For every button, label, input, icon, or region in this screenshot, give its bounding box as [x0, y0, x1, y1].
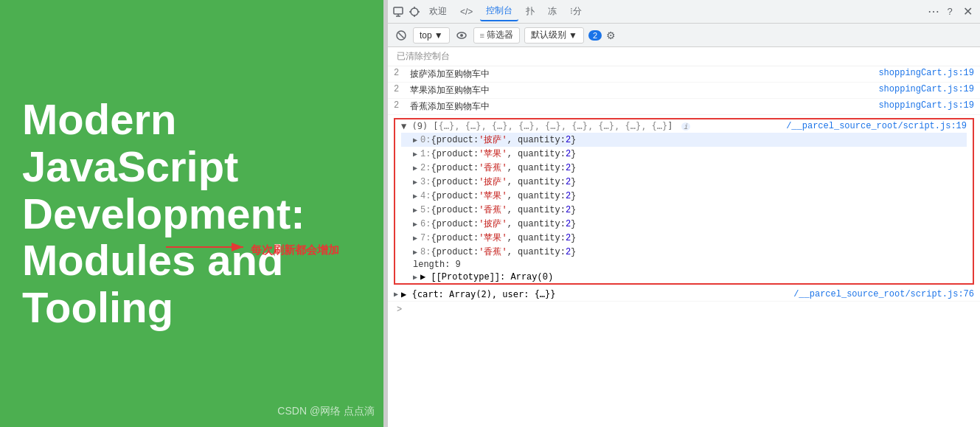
expand-icon[interactable]: ▶: [413, 178, 417, 187]
expand-icon[interactable]: ▶: [413, 164, 417, 173]
array-item: ▶ 2: {product: '香蕉', quantity: 2}: [401, 161, 967, 175]
array-item: ▶ 0: {product: '披萨', quantity: 2}: [401, 133, 967, 147]
eye-icon[interactable]: [454, 28, 469, 43]
array-header-source[interactable]: /__parcel_source_root/script.js:19: [786, 121, 967, 131]
array-output-section: ▼ (9) [{…}, {…}, {…}, {…}, {…}, {…}, {…}…: [394, 118, 974, 285]
console-toolbar: top ▼ ≡ 筛选器 默认级别 ▼ 2 ⚙: [388, 24, 980, 47]
pointer-icon[interactable]: [407, 4, 422, 19]
log-count: 2: [394, 68, 406, 78]
console-log-row: 2 香蕉添加至购物车中 shoppingCart.js:19: [388, 99, 980, 115]
tab-more-tools[interactable]: ⁝分: [564, 2, 588, 21]
array-item: ▶ 4: {product: '苹果', quantity: 2}: [401, 189, 967, 203]
book-cover: Modern JavaScript Development: Modules a…: [0, 0, 383, 427]
bottom-log-row: ▶ ▶ {cart: Array(2), user: {…}} /__parce…: [388, 288, 980, 302]
log-count: 2: [394, 100, 406, 111]
array-item: ▶ 3: {product: '披萨', quantity: 2}: [401, 175, 967, 189]
more-options-icon[interactable]: ⋯: [926, 4, 941, 19]
console-log-row: 2 苹果添加至购物车中 shoppingCart.js:19: [388, 83, 980, 99]
svg-line-11: [398, 32, 403, 38]
console-output: 已清除控制台 2 披萨添加至购物车中 shoppingCart.js:19 2 …: [388, 47, 980, 427]
tab-code[interactable]: </>: [454, 4, 479, 20]
close-devtools-button[interactable]: ✕: [959, 3, 977, 20]
expand-icon[interactable]: ▶: [413, 192, 417, 201]
annotation-label: 每次刷新都会增加: [251, 243, 339, 257]
expand-icon[interactable]: ▶: [413, 136, 417, 145]
console-log-row: 2 披萨添加至购物车中 shoppingCart.js:19: [388, 66, 980, 83]
svg-point-5: [411, 8, 418, 15]
tab-welcome[interactable]: 欢迎: [423, 2, 453, 21]
svg-point-13: [460, 34, 463, 37]
devtools-panel: 欢迎 </> 控制台 扑 冻 ⁝分 ⋯ ? ✕ top ▼: [388, 0, 980, 427]
expand-icon[interactable]: ▶: [413, 206, 417, 215]
bottom-row-text: ▶ {cart: Array(2), user: {…}}: [401, 289, 556, 299]
expand-prototype-icon[interactable]: ▶: [413, 273, 417, 282]
log-source[interactable]: shoppingCart.js:19: [878, 100, 974, 111]
clear-console-icon[interactable]: [394, 28, 409, 43]
watermark: CSDN @网络 点点滴: [277, 405, 375, 418]
top-context-dropdown[interactable]: top ▼: [413, 27, 450, 44]
array-item: ▶ 1: {product: '苹果', quantity: 2}: [401, 147, 967, 161]
help-icon[interactable]: ?: [942, 4, 957, 19]
array-item: ▶ 8: {product: '香蕉', quantity: 2}: [401, 245, 967, 259]
message-count-badge: 2: [588, 30, 602, 41]
inspect-icon[interactable]: [391, 4, 406, 19]
expand-icon[interactable]: ▶: [413, 150, 417, 159]
array-length: length: 9: [401, 259, 967, 271]
tab-sources[interactable]: 扑: [520, 2, 541, 21]
book-title: Modern JavaScript Development: Modules a…: [22, 96, 361, 331]
log-text: 香蕉添加至购物车中: [410, 100, 878, 113]
array-prototype: ▶ ▶ [[Prototype]]: Array(0): [401, 271, 967, 283]
expand-object-icon[interactable]: ▶: [394, 290, 398, 299]
tab-console[interactable]: 控制台: [480, 1, 518, 21]
tab-network[interactable]: 冻: [542, 2, 563, 21]
log-text: 披萨添加至购物车中: [410, 68, 878, 80]
settings-icon[interactable]: ⚙: [606, 29, 616, 41]
array-header: ▼ (9) [{…}, {…}, {…}, {…}, {…}, {…}, {…}…: [395, 119, 973, 133]
array-item: ▶ 7: {product: '苹果', quantity: 2}: [401, 231, 967, 245]
log-source[interactable]: shoppingCart.js:19: [878, 68, 974, 78]
console-cleared-notice: 已清除控制台: [388, 47, 980, 66]
log-level-dropdown[interactable]: 默认级别 ▼: [524, 27, 584, 44]
log-count: 2: [394, 84, 406, 94]
expand-icon[interactable]: ▶: [413, 220, 417, 229]
array-items-list: ▶ 0: {product: '披萨', quantity: 2} ▶ 1: {…: [395, 133, 973, 283]
array-item: ▶ 5: {product: '香蕉', quantity: 2}: [401, 203, 967, 217]
log-source[interactable]: shoppingCart.js:19: [878, 84, 974, 94]
expand-icon[interactable]: ▶: [413, 234, 417, 243]
svg-rect-2: [394, 7, 403, 14]
filter-input[interactable]: ≡ 筛选器: [473, 27, 520, 44]
devtools-tab-bar: 欢迎 </> 控制台 扑 冻 ⁝分 ⋯ ? ✕: [388, 0, 980, 24]
expand-icon[interactable]: ▶: [413, 248, 417, 257]
array-item: ▶ 6: {product: '披萨', quantity: 2}: [401, 217, 967, 231]
bottom-row-source[interactable]: /__parcel_source_root/script.js:76: [793, 289, 974, 299]
log-text: 苹果添加至购物车中: [410, 84, 878, 97]
console-prompt: >: [388, 302, 980, 318]
prompt-chevron-icon: >: [397, 305, 402, 315]
